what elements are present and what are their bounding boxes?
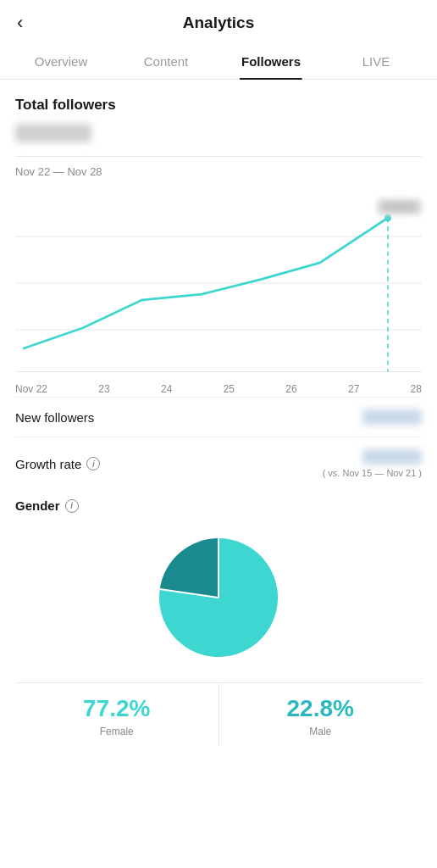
tab-followers[interactable]: Followers <box>218 46 324 79</box>
growth-rate-blurred <box>362 449 422 465</box>
growth-rate-label: Growth rate i <box>15 457 100 471</box>
header: ‹ Analytics <box>0 0 437 46</box>
x-label-1: 23 <box>98 383 109 395</box>
new-followers-blurred <box>362 409 422 425</box>
gender-pie-chart <box>15 530 422 665</box>
x-label-5: 27 <box>348 383 359 395</box>
male-label: Male <box>309 726 331 737</box>
tab-bar: Overview Content Followers LIVE <box>0 46 437 80</box>
growth-rate-vs-label: ( vs. Nov 15 — Nov 21 ) <box>323 468 422 478</box>
x-label-2: 24 <box>161 383 172 395</box>
chart-x-labels: Nov 22 23 24 25 26 27 28 <box>15 380 422 395</box>
x-label-4: 26 <box>285 383 296 395</box>
new-followers-row: New followers <box>15 397 422 437</box>
tab-content[interactable]: Content <box>113 46 218 79</box>
x-label-6: 28 <box>411 383 422 395</box>
x-label-3: 25 <box>224 383 235 395</box>
gender-title: Gender i <box>15 498 422 513</box>
date-range-label: Nov 22 — Nov 28 <box>15 165 422 178</box>
growth-rate-info-icon[interactable]: i <box>86 457 100 470</box>
page-title: Analytics <box>183 14 254 32</box>
total-followers-value <box>15 124 91 142</box>
new-followers-label: New followers <box>15 410 94 425</box>
divider-1 <box>15 156 422 157</box>
total-followers-title: Total followers <box>15 97 422 114</box>
tab-overview[interactable]: Overview <box>8 46 113 79</box>
chart-tooltip: XXXXX <box>377 198 422 215</box>
followers-chart: XXXXX Nov 22 23 24 25 26 27 28 <box>15 190 422 376</box>
male-percentage: 22.8% <box>287 695 354 722</box>
female-bar: 77.2% Female <box>15 683 219 746</box>
growth-rate-value: ( vs. Nov 15 — Nov 21 ) <box>323 449 422 478</box>
tab-live[interactable]: LIVE <box>324 46 429 79</box>
female-percentage: 77.2% <box>83 695 150 722</box>
stats-section: New followers Growth rate i ( vs. Nov 15… <box>15 397 422 490</box>
gender-bars: 77.2% Female 22.8% Male <box>15 682 422 746</box>
main-content: Total followers Nov 22 — Nov 28 XXXXX No… <box>0 80 437 763</box>
back-button[interactable]: ‹ <box>17 12 23 34</box>
gender-info-icon[interactable]: i <box>65 499 79 513</box>
male-bar: 22.8% Male <box>219 683 423 746</box>
chart-svg <box>15 190 422 376</box>
gender-section: Gender i <box>15 498 422 763</box>
x-label-0: Nov 22 <box>15 383 47 395</box>
pie-svg <box>151 530 286 665</box>
male-slice <box>160 538 218 598</box>
new-followers-value <box>362 409 422 425</box>
female-label: Female <box>100 726 134 737</box>
growth-rate-row: Growth rate i ( vs. Nov 15 — Nov 21 ) <box>15 437 422 490</box>
